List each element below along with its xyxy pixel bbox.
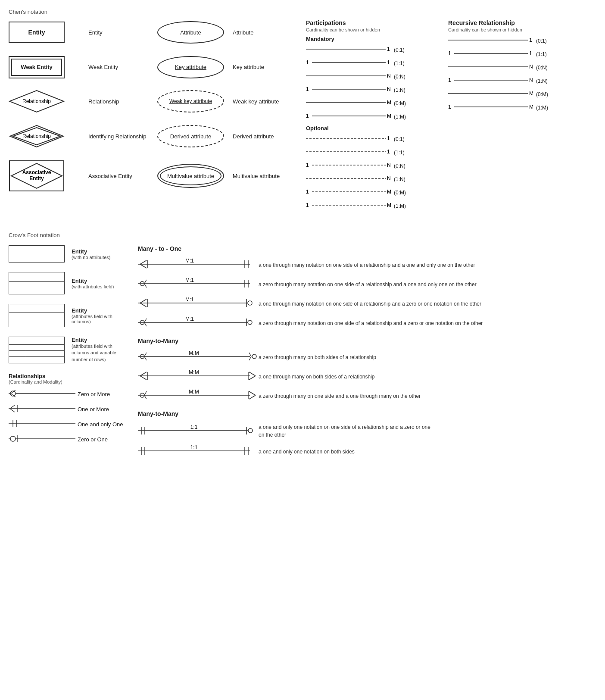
mtm-desc-3: a zero through many on one side and a on…	[259, 392, 421, 400]
rel-one-only-row: One and only One	[9, 419, 129, 430]
derived-shape-row: Derived attribute	[157, 122, 233, 151]
svg-point-89	[248, 301, 252, 305]
mtm-diagram-3: M:M	[138, 389, 259, 403]
part-line-0m-svg: M	[306, 98, 392, 107]
cf-entity-simple-label: Entity (with no attributes)	[72, 248, 110, 260]
part-line-0n-svg: N	[306, 72, 392, 80]
weak-entity-shape: Weak Entity	[9, 56, 65, 78]
rec-line-11: 1 1	[448, 49, 534, 59]
svg-text:1:1: 1:1	[190, 445, 198, 450]
crows-entities: Entity (with no attributes) Entity (with…	[9, 245, 129, 464]
associative-entity-svg: Associative Entity	[9, 160, 65, 192]
part-optional-1-m: 1 M (1:M)	[306, 201, 440, 211]
mtm3-svg: M:M	[138, 389, 259, 401]
mtm-diagram-2: M:M	[138, 370, 259, 383]
rec-line-01: 1	[448, 36, 534, 46]
svg-line-114	[144, 391, 147, 395]
svg-text:Associative: Associative	[22, 169, 51, 175]
rec-1m-svg: 1 M	[448, 103, 534, 111]
part-opt-notation-1m: (1:M)	[394, 203, 406, 209]
oto-header: Many-to-Many	[138, 410, 596, 417]
part-opt-0m-svg: 1 M	[306, 188, 392, 196]
entity-desc: Entity	[88, 19, 157, 45]
part-opt-notation-0m: (0:M)	[394, 190, 406, 196]
svg-text:Relationship: Relationship	[22, 98, 51, 104]
mtm1-svg: M:M	[138, 350, 259, 362]
mto-row-4: M:1 a zero through many notation on one …	[138, 316, 596, 330]
cf-entity-colrows-title: Entity	[72, 337, 123, 343]
mto3-svg: M:1	[138, 297, 259, 309]
rec-0m-svg: M	[448, 89, 534, 98]
entity-shape: Entity	[9, 22, 65, 43]
oto1-svg: 1:1	[138, 425, 259, 437]
part-optional-1-n: N (1:N)	[306, 174, 440, 184]
svg-line-98	[144, 353, 147, 356]
svg-text:M:1: M:1	[185, 278, 194, 283]
recursive-subheader: Cardinality can be shown or hidden	[448, 27, 560, 32]
multivalue-desc: Multivalue attribute	[233, 159, 302, 193]
svg-text:1: 1	[306, 86, 309, 92]
part-notation-11: (1:1)	[394, 60, 405, 66]
part-notation-1m: (1:M)	[394, 114, 406, 120]
svg-line-91	[144, 319, 147, 322]
oto-diagram-1: 1:1	[138, 425, 259, 438]
part-opt-line-0m: 1 M	[306, 188, 392, 197]
attr-desc: Attribute	[233, 19, 302, 45]
mtm-desc-1: a zero through many on both sides of a r…	[259, 353, 376, 361]
rel-zero-more-row: Zero or More	[9, 389, 129, 400]
weak-key-label: Weak key attribute	[169, 98, 212, 104]
relationships-key: Relationships (Cardinality and Modality)	[9, 373, 129, 445]
part-mandatory-1-m: 1 M (1:M)	[306, 112, 440, 122]
optional-label: Optional	[306, 125, 440, 131]
multivalue-label: Multivalue attribute	[167, 173, 214, 179]
svg-line-61	[10, 405, 15, 409]
rec-0-n: N (0:N)	[448, 62, 560, 72]
relationship-row: Relationship	[9, 89, 88, 114]
cf-entity-attr-title: Entity	[72, 278, 114, 284]
identifying-diamond-svg: Relationship	[9, 123, 65, 149]
page: { "chens": { "header": "Chen's notation"…	[9, 9, 596, 464]
rel-key-header: Relationships	[9, 373, 129, 379]
svg-text:1: 1	[306, 162, 309, 168]
cf-entity-colrows-row: Entity (attributes field with columns an…	[9, 337, 129, 363]
mtm-row-1: M:M a zero through many on both sides of…	[138, 350, 596, 364]
chens-attributes-col: Attribute Key attribute Weak key attribu…	[157, 19, 233, 214]
divider	[9, 223, 596, 223]
recursive-section: Recursive Relationship Cardinality can b…	[448, 19, 560, 214]
svg-text:1: 1	[529, 50, 532, 56]
one-more-label: One or More	[78, 406, 109, 412]
rel-zero-one-row: Zero or One	[9, 434, 129, 445]
svg-text:M: M	[529, 104, 533, 110]
cf-entity-attr-row: Entity (with attributes field)	[9, 272, 129, 294]
svg-line-69	[140, 260, 147, 264]
attribute-shape-row: Attribute	[157, 19, 233, 45]
rel-zero-one-symbol	[9, 434, 78, 445]
part-optional-0-n: 1 N (0:N)	[306, 161, 440, 171]
one-more-svg	[9, 404, 78, 413]
key-attr-shape-row: Key attribute	[157, 53, 233, 81]
svg-text:M:M: M:M	[189, 370, 199, 375]
mto-desc-4: a zero through many notation on one side…	[259, 319, 483, 327]
svg-line-115	[144, 395, 147, 399]
cf-entity-colrows-label: Entity (attributes field with columns an…	[72, 337, 123, 363]
svg-line-92	[144, 322, 147, 326]
mto2-svg: M:1	[138, 278, 259, 290]
attribute-shape-label: Attribute	[180, 29, 201, 36]
chens-section: Entity Weak Entity Relationship	[9, 19, 596, 214]
svg-text:N: N	[529, 64, 533, 70]
weak-entity-label: Weak Entity	[21, 64, 52, 70]
rec-1n-svg: 1 N	[448, 76, 534, 84]
associative-entity-row: Associative Entity	[9, 159, 88, 193]
part-opt-1m-svg: 1 M	[306, 201, 392, 209]
mtm-row-2: M:M a one through many on both sides of …	[138, 370, 596, 383]
part-line-1n-svg: 1 N	[306, 85, 392, 94]
svg-line-83	[140, 299, 147, 303]
svg-text:M:M: M:M	[189, 350, 199, 356]
mtm2-svg: M:M	[138, 370, 259, 382]
svg-line-103	[249, 356, 251, 360]
rec-line-1n: 1 N	[448, 76, 534, 86]
svg-line-110	[249, 372, 256, 376]
part-mandatory-1-1: 1 1 (1:1)	[306, 58, 440, 68]
part-opt-line-11: 1	[306, 147, 392, 157]
part-line-1m-svg: 1 M	[306, 112, 392, 120]
